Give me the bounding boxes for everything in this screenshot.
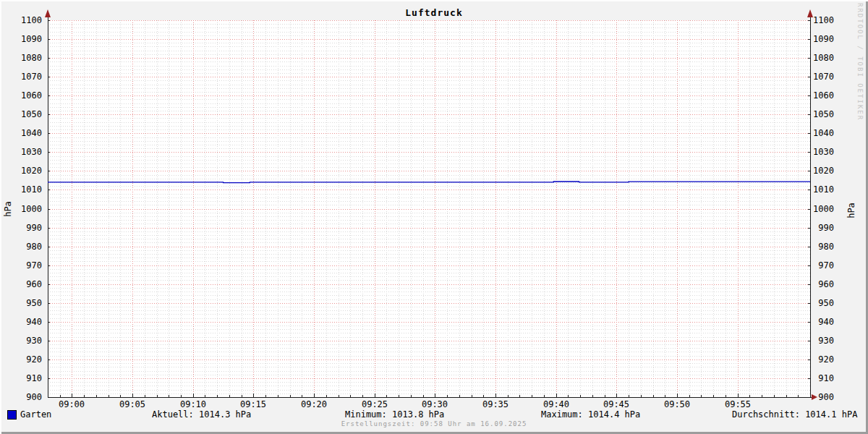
y-tick-label-left: 1040 [21, 128, 42, 138]
x-tick-label: 09:00 [59, 399, 85, 409]
x-tick-label: 09:15 [240, 399, 266, 409]
x-tick-label: 09:10 [180, 399, 206, 409]
rrdtool-watermark: RRDTOOL / TOBI OETIKER [856, 3, 864, 121]
y-tick-label-right: 1100 [813, 15, 834, 25]
y-tick-label-left: 1100 [21, 15, 42, 25]
y-tick-label-right: 990 [818, 223, 834, 233]
y-tick-label-left: 980 [26, 242, 42, 252]
stat-minimum: Minimum: 1013.8 hPa [345, 409, 444, 420]
y-tick-label-right: 1040 [813, 128, 834, 138]
y-tick-label-left: 1020 [21, 166, 42, 176]
plot-area [48, 20, 810, 397]
y-tick-label-left: 950 [26, 298, 42, 308]
y-tick-label-left: 920 [26, 354, 42, 365]
y-tick-label-left: 1080 [21, 53, 42, 63]
y-axis-unit-left: hPa [3, 201, 13, 217]
stat-maximum: Maximum: 1014.4 hPa [541, 409, 640, 420]
y-tick-label-right: 1060 [813, 90, 834, 101]
y-tick-label-left: 960 [26, 279, 42, 289]
y-tick-label-left: 1030 [21, 147, 42, 157]
y-tick-label-right: 1070 [813, 72, 834, 82]
stat-aktuell: Aktuell: 1014.3 hPa [152, 409, 251, 420]
arrow-up-right-icon [807, 9, 813, 17]
x-tick-label: 09:25 [362, 399, 388, 409]
y-tick-label-left: 930 [26, 336, 42, 346]
y-tick-label-left: 900 [26, 392, 42, 402]
y-tick-label-right: 1030 [813, 147, 834, 157]
y-tick-label-left: 970 [26, 260, 42, 271]
y-tick-label-right: 970 [818, 260, 834, 271]
y-tick-label-left: 940 [26, 317, 42, 327]
x-tick-label: 09:30 [422, 399, 448, 409]
x-tick-label: 09:35 [482, 399, 509, 409]
y-tick-label-right: 920 [818, 354, 834, 365]
y-tick-label-left: 1000 [21, 204, 42, 214]
y-tick-label-left: 1060 [21, 90, 42, 101]
rrdtool-pressure-graph: Luftdruck 110011001090109010801080107010… [0, 0, 868, 434]
y-tick-label-right: 1020 [813, 166, 834, 176]
y-tick-label-right: 980 [818, 242, 834, 252]
legend-series-label: Garten [20, 409, 51, 420]
x-tick-label: 09:55 [725, 399, 751, 409]
arrow-right-icon [812, 394, 817, 400]
y-tick-label-left: 1050 [21, 109, 42, 119]
y-tick-label-right: 1050 [813, 109, 834, 119]
y-tick-label-right: 930 [818, 336, 834, 346]
x-tick-label: 09:45 [603, 399, 629, 409]
arrow-up-left-icon [45, 9, 51, 17]
y-tick-label-right: 910 [818, 373, 834, 383]
y-tick-label-right: 1000 [813, 204, 834, 214]
x-tick-label: 09:50 [664, 399, 690, 409]
legend-color-swatch [7, 410, 17, 420]
y-tick-label-left: 1010 [21, 184, 42, 195]
y-tick-label-right: 940 [818, 317, 834, 327]
y-tick-label-right: 960 [818, 279, 834, 289]
pressure-chart: 1100110010901090108010801070107010601060… [0, 0, 868, 434]
y-tick-label-right: 1090 [813, 34, 834, 44]
stat-durchschnitt: Durchschnitt: 1014.1 hPA [732, 409, 857, 420]
y-tick-label-left: 990 [26, 223, 42, 233]
y-axis-unit-right: hPa [846, 203, 856, 218]
x-tick-label: 09:40 [543, 399, 569, 409]
creation-timestamp: Erstellungszeit: 09:58 Uhr am 16.09.2025 [0, 420, 868, 427]
y-tick-label-left: 1070 [21, 72, 42, 82]
x-tick-label: 09:05 [119, 399, 145, 409]
x-tick-label: 09:20 [301, 399, 327, 409]
y-tick-label-right: 1010 [813, 184, 834, 195]
y-tick-label-right: 1080 [813, 53, 834, 63]
y-tick-label-left: 1090 [21, 34, 42, 44]
y-tick-label-right: 900 [818, 392, 834, 402]
y-tick-label-left: 910 [26, 373, 42, 383]
y-tick-label-right: 950 [818, 298, 834, 308]
